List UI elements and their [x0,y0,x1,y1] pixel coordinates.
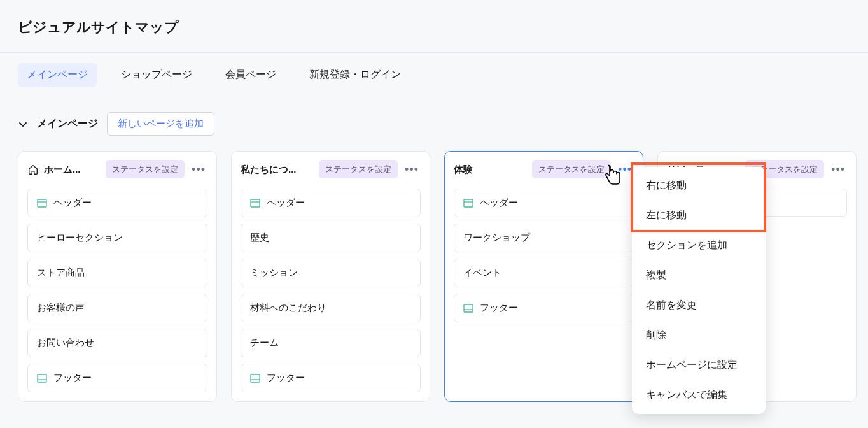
menu-item-move-right[interactable]: 右に移動 [632,171,766,201]
menu-item-delete[interactable]: 削除 [632,320,766,350]
sitemap-card-home: ホーム... ステータスを設定 ••• ヘッダー ヒーローセクション ストア商品 [18,151,217,402]
card-item-label: ストア商品 [37,267,85,279]
status-badge[interactable]: ステータスを設定 [319,160,398,178]
card-header: 体験 ステータスを設定 ••• [454,160,634,178]
card-item-mission[interactable]: ミッション [241,259,421,287]
tab-main-page[interactable]: メインページ [18,63,97,87]
card-item-workshop[interactable]: ワークショップ [454,224,634,252]
menu-item-edit-canvas[interactable]: キャンバスで編集 [632,380,766,402]
card-item-footer[interactable]: フッター [27,364,207,392]
menu-item-duplicate[interactable]: 複製 [632,260,766,290]
svg-rect-10 [464,304,473,312]
card-item-history[interactable]: 歴史 [241,224,421,252]
more-icon[interactable]: ••• [616,164,634,175]
tab-shop-page[interactable]: ショップページ [112,63,201,87]
card-item-footer[interactable]: フッター [454,294,634,322]
footer-section-icon [463,303,473,313]
footer-section-icon [37,373,47,383]
menu-item-set-homepage[interactable]: ホームページに設定 [632,350,766,380]
header-section-icon [463,198,473,208]
card-item-label: フッター [480,302,518,314]
card-item-store[interactable]: ストア商品 [27,259,207,287]
more-icon[interactable]: ••• [403,164,421,175]
add-page-button[interactable]: 新しいページを追加 [107,112,214,136]
card-item-header[interactable]: ヘッダー [241,189,421,217]
chevron-down-icon[interactable] [18,119,28,129]
card-item-testimonials[interactable]: お客様の声 [27,294,207,322]
card-item-label: ミッション [250,267,298,279]
card-item-materials[interactable]: 材料へのこだわり [241,294,421,322]
footer-section-icon [250,373,260,383]
card-title: ホーム... [44,164,101,176]
card-title: 体験 [454,164,527,176]
card-item-label: お問い合わせ [37,337,94,349]
card-items: ヘッダー 歴史 ミッション 材料へのこだわり チーム [241,189,421,392]
card-item-hero[interactable]: ヒーローセクション [27,224,207,252]
svg-rect-6 [251,374,260,382]
card-item-label: ヒーローセクション [37,232,123,244]
card-item-contact[interactable]: お問い合わせ [27,329,207,357]
card-item-label: 材料へのこだわり [250,302,326,314]
card-item-footer[interactable]: フッター [241,364,421,392]
header-section-icon [250,198,260,208]
context-menu: 右に移動 左に移動 セクションを追加 複製 名前を変更 削除 ホームページに設定… [632,167,766,402]
more-icon[interactable]: ••• [829,164,847,175]
tabs-container: メインページ ショップページ 会員ページ 新規登録・ログイン [15,63,853,87]
card-item-event[interactable]: イベント [454,259,634,287]
sitemap-card-experience: 体験 ステータスを設定 ••• ヘッダー ワークショップ イベント [444,151,643,402]
card-item-label: ヘッダー [53,197,92,209]
section-header: メインページ 新しいページを追加 [15,112,853,136]
menu-item-move-left[interactable]: 左に移動 [632,201,766,231]
card-item-label: 歴史 [250,232,269,244]
card-item-label: イベント [463,267,501,279]
menu-item-add-section[interactable]: セクションを追加 [632,231,766,260]
tab-register-login[interactable]: 新規登録・ログイン [300,63,410,87]
card-header: ホーム... ステータスを設定 ••• [27,160,207,178]
status-badge[interactable]: ステータスを設定 [106,160,185,178]
card-item-label: お客様の声 [37,302,85,314]
card-items: ヘッダー ワークショップ イベント フッター [454,189,634,322]
card-item-header[interactable]: ヘッダー [27,189,207,217]
home-icon [27,164,39,175]
svg-rect-0 [38,199,46,207]
card-item-label: ヘッダー [480,197,518,209]
card-item-header[interactable]: ヘッダー [454,189,634,217]
divider [0,52,868,53]
card-item-label: チーム [250,337,279,349]
card-item-label: ヘッダー [267,197,305,209]
card-item-label: フッター [267,372,305,384]
status-badge[interactable]: ステータスを設定 [532,160,611,178]
card-header: 私たちにつ... ステータスを設定 ••• [241,160,421,178]
svg-rect-8 [464,199,473,207]
card-item-label: ワークショップ [463,232,530,244]
svg-rect-4 [251,199,260,207]
menu-item-rename[interactable]: 名前を変更 [632,290,766,320]
page-title: ビジュアルサイトマップ [15,18,853,37]
card-item-team[interactable]: チーム [241,329,421,357]
svg-rect-2 [38,374,46,382]
card-items: ヘッダー ヒーローセクション ストア商品 お客様の声 お問い合わせ [27,189,207,392]
tab-member-page[interactable]: 会員ページ [216,63,285,87]
sitemap-card-about: 私たちにつ... ステータスを設定 ••• ヘッダー 歴史 ミッション [231,151,430,402]
more-icon[interactable]: ••• [190,164,207,175]
card-item-label: フッター [53,372,92,384]
section-title: メインページ [37,117,98,131]
card-title: 私たちにつ... [241,164,314,176]
header-section-icon [37,198,47,208]
